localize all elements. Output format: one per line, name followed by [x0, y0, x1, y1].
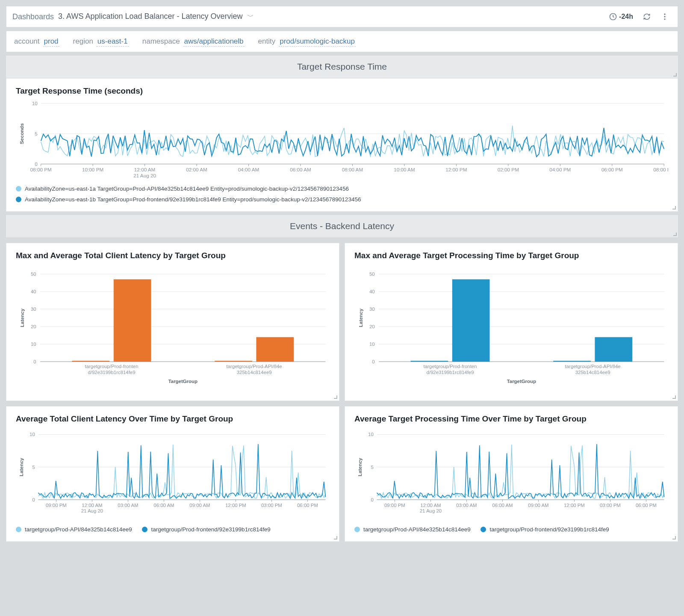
section-title: Target Response Time [297, 62, 387, 71]
svg-rect-57 [215, 361, 252, 362]
svg-text:targetgroup/Prod-fronten: targetgroup/Prod-fronten [85, 364, 138, 369]
svg-text:06:00 PM: 06:00 PM [601, 167, 623, 172]
filter-key-namespace: namespace [142, 37, 180, 45]
svg-text:12:00 PM: 12:00 PM [225, 503, 246, 508]
legend-item[interactable]: targetgroup/Prod-frontend/92e3199b1rc814… [142, 526, 270, 533]
timerange-value: -24h [619, 13, 633, 21]
svg-text:0: 0 [372, 359, 374, 364]
svg-text:d/92e3199b1rc814fe9: d/92e3199b1rc814fe9 [426, 370, 474, 375]
svg-rect-76 [411, 361, 448, 362]
svg-text:targetgroup/Prod-API/84e: targetgroup/Prod-API/84e [227, 364, 282, 369]
chart-bar-target-processing[interactable]: 01020304050Latencytargetgroup/Prod-front… [354, 263, 668, 391]
svg-text:08:00 PM: 08:00 PM [653, 167, 668, 172]
svg-text:09:00 AM: 09:00 AM [528, 503, 548, 508]
svg-text:5: 5 [35, 131, 38, 136]
svg-text:325b14c814ee9: 325b14c814ee9 [237, 370, 272, 375]
svg-point-1 [664, 14, 665, 15]
chart-line-target-processing[interactable]: 0510Latency09:00 PM12:00 AM21 Aug 2003:0… [354, 426, 668, 520]
more-vertical-icon [660, 12, 669, 21]
svg-text:12:00 PM: 12:00 PM [564, 503, 585, 508]
svg-text:30: 30 [369, 307, 375, 312]
filter-val-account[interactable]: prod [43, 37, 59, 47]
svg-text:0: 0 [32, 497, 35, 502]
svg-point-2 [664, 16, 665, 17]
legend-swatch-icon [16, 197, 21, 202]
filter-val-entity[interactable]: prod/sumologic-backup [279, 37, 356, 47]
chevron-down-icon[interactable]: ﹀ [247, 13, 254, 20]
header-bar: Dashboards 3. AWS Application Load Balan… [6, 6, 678, 27]
timerange-picker[interactable]: -24h [606, 10, 636, 24]
filter-val-region[interactable]: us-east-1 [97, 37, 129, 47]
legend-item[interactable]: AvailabilityZone=us-east-1a TargetGroup=… [16, 186, 349, 192]
svg-text:TargetGroup: TargetGroup [168, 379, 198, 384]
svg-text:03:00 PM: 03:00 PM [600, 503, 621, 508]
svg-text:Latency: Latency [358, 308, 363, 327]
svg-text:30: 30 [31, 307, 36, 312]
panel-title: Average Total Client Latency Over Time b… [16, 414, 330, 424]
page-title[interactable]: 3. AWS Application Load Balancer - Laten… [58, 12, 243, 21]
panel-max-avg-client-latency: Max and Average Total Client Latency by … [6, 243, 339, 401]
svg-text:02:00 AM: 02:00 AM [186, 167, 207, 172]
filter-key-entity: entity [258, 37, 276, 45]
chart-line-client-latency[interactable]: 0510Latency09:00 PM12:00 AM21 Aug 2003:0… [16, 426, 330, 520]
section-target-response-time: Target Response Time [6, 56, 678, 78]
panel-avg-client-latency-over-time: Average Total Client Latency Over Time b… [6, 406, 339, 542]
svg-text:08:00 PM: 08:00 PM [30, 167, 52, 172]
svg-rect-80 [553, 361, 591, 362]
kebab-menu[interactable] [658, 10, 672, 24]
svg-text:08:00 AM: 08:00 AM [342, 167, 363, 172]
svg-text:10: 10 [368, 432, 374, 437]
svg-text:03:00 AM: 03:00 AM [456, 503, 477, 508]
section-title: Events - Backend Latency [290, 221, 394, 231]
svg-text:Latency: Latency [19, 457, 24, 476]
svg-text:06:00 PM: 06:00 PM [297, 503, 318, 508]
panel-title: Average Target Processing Time Over Time… [354, 414, 668, 424]
svg-text:12:00 PM: 12:00 PM [445, 167, 467, 172]
svg-text:TargetGroup: TargetGroup [507, 379, 536, 384]
legend-item[interactable]: targetgroup/Prod-API/84e325b14c814ee9 [354, 526, 471, 533]
legend-item[interactable]: targetgroup/Prod-frontend/92e3199b1rc814… [481, 526, 609, 533]
svg-text:09:00 AM: 09:00 AM [189, 503, 210, 508]
svg-text:10:00 PM: 10:00 PM [82, 167, 103, 172]
panel-target-response-time: Target Response Time (seconds) 0510Secon… [6, 78, 678, 212]
chart-bar-client-latency[interactable]: 01020304050Latencytargetgroup/Prod-front… [16, 263, 330, 391]
chart-target-response-time[interactable]: 0510Seconds08:00 PM10:00 PM12:00 AM21 Au… [16, 98, 668, 180]
svg-text:10: 10 [31, 342, 36, 347]
svg-text:12:00 AM: 12:00 AM [82, 503, 102, 508]
svg-text:10: 10 [29, 432, 35, 437]
legend-swatch-icon [142, 527, 147, 532]
svg-text:10: 10 [32, 100, 38, 106]
panel-title: Max and Average Total Client Latency by … [16, 251, 330, 260]
svg-text:03:00 PM: 03:00 PM [261, 503, 282, 508]
svg-text:325b14c814ee9: 325b14c814ee9 [575, 370, 610, 375]
panel-max-avg-target-processing: Max and Average Target Processing Time b… [345, 243, 678, 401]
legend-swatch-icon [354, 527, 360, 532]
svg-text:09:00 PM: 09:00 PM [46, 503, 67, 508]
legend-swatch-icon [16, 527, 21, 532]
svg-text:targetgroup/Prod-fronten: targetgroup/Prod-fronten [423, 364, 477, 369]
filter-val-namespace[interactable]: aws/applicationelb [183, 37, 245, 47]
filter-bar: accountprod regionus-east-1 namespaceaws… [6, 31, 678, 52]
legend-item[interactable]: AvailabilityZone=us-east-1b TargetGroup=… [16, 196, 361, 203]
refresh-button[interactable] [640, 10, 654, 24]
section-events-backend-latency: Events - Backend Latency [6, 215, 678, 238]
svg-text:5: 5 [371, 465, 373, 470]
legend-item[interactable]: targetgroup/Prod-API/84e325b14c814ee9 [16, 526, 132, 533]
clock-icon [609, 12, 617, 21]
svg-point-3 [664, 18, 665, 20]
svg-rect-58 [256, 337, 294, 362]
svg-text:06:00 AM: 06:00 AM [153, 503, 174, 508]
svg-text:09:00 PM: 09:00 PM [384, 503, 405, 508]
panel-title: Max and Average Target Processing Time b… [354, 251, 668, 260]
svg-text:04:00 AM: 04:00 AM [238, 167, 259, 172]
svg-text:21 Aug 20: 21 Aug 20 [420, 508, 442, 513]
svg-text:20: 20 [31, 324, 36, 329]
svg-text:04:00 PM: 04:00 PM [549, 167, 571, 172]
svg-text:10: 10 [369, 342, 375, 347]
breadcrumb-root[interactable]: Dashboards [12, 12, 54, 21]
svg-text:0: 0 [35, 161, 38, 167]
panel-title: Target Response Time (seconds) [16, 86, 668, 96]
svg-text:Seconds: Seconds [19, 123, 24, 144]
svg-text:0: 0 [371, 497, 373, 502]
svg-text:40: 40 [31, 289, 36, 294]
